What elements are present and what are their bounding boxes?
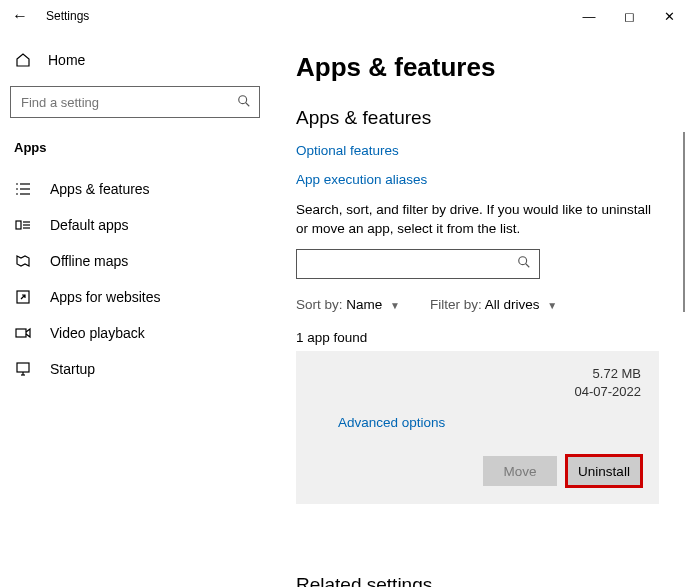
svg-line-1 bbox=[246, 102, 250, 106]
sidebar-item-label: Offline maps bbox=[50, 253, 128, 269]
sidebar-item-label: Default apps bbox=[50, 217, 129, 233]
sidebar-search-input[interactable] bbox=[19, 94, 237, 111]
move-button: Move bbox=[483, 456, 557, 486]
sidebar-item-label: Apps for websites bbox=[50, 289, 161, 305]
chevron-down-icon: ▼ bbox=[547, 300, 557, 311]
app-list-item[interactable]: 5.72 MB 04-07-2022 Advanced options Move… bbox=[296, 351, 659, 504]
sidebar: Home Apps Apps & features Default apps bbox=[0, 32, 270, 587]
result-count: 1 app found bbox=[296, 330, 659, 345]
defaults-icon bbox=[14, 217, 32, 233]
sort-label: Sort by: bbox=[296, 297, 343, 312]
sidebar-item-startup[interactable]: Startup bbox=[8, 351, 262, 387]
uninstall-button[interactable]: Uninstall bbox=[567, 456, 641, 486]
svg-rect-8 bbox=[16, 221, 21, 229]
chevron-down-icon: ▼ bbox=[390, 300, 400, 311]
svg-rect-13 bbox=[16, 329, 26, 337]
sidebar-search[interactable] bbox=[10, 86, 260, 118]
app-date: 04-07-2022 bbox=[314, 383, 641, 401]
sidebar-item-label: Video playback bbox=[50, 325, 145, 341]
sidebar-item-video-playback[interactable]: Video playback bbox=[8, 315, 262, 351]
app-size: 5.72 MB bbox=[314, 365, 641, 383]
map-icon bbox=[14, 253, 32, 269]
list-icon bbox=[14, 181, 32, 197]
filter-dropdown[interactable]: Filter by: All drives ▼ bbox=[430, 297, 557, 312]
search-icon bbox=[237, 94, 251, 111]
filter-label: Filter by: bbox=[430, 297, 482, 312]
sidebar-section-label: Apps bbox=[8, 136, 262, 171]
home-icon bbox=[14, 52, 32, 68]
search-icon bbox=[517, 255, 531, 272]
window-title: Settings bbox=[46, 9, 89, 23]
sidebar-item-apps-features[interactable]: Apps & features bbox=[8, 171, 262, 207]
app-search[interactable] bbox=[296, 249, 540, 279]
app-search-input[interactable] bbox=[305, 255, 517, 272]
svg-rect-14 bbox=[17, 363, 29, 372]
minimize-button[interactable]: ― bbox=[569, 0, 609, 32]
sidebar-home[interactable]: Home bbox=[8, 44, 262, 76]
video-icon bbox=[14, 325, 32, 341]
section-description: Search, sort, and filter by drive. If yo… bbox=[296, 201, 659, 239]
filter-value: All drives bbox=[485, 297, 540, 312]
link-optional-features[interactable]: Optional features bbox=[296, 143, 659, 158]
back-button[interactable]: ← bbox=[0, 7, 40, 25]
svg-point-17 bbox=[519, 257, 527, 265]
sidebar-item-apps-websites[interactable]: Apps for websites bbox=[8, 279, 262, 315]
main-content: Apps & features Apps & features Optional… bbox=[270, 32, 689, 587]
sort-value: Name bbox=[346, 297, 382, 312]
sort-dropdown[interactable]: Sort by: Name ▼ bbox=[296, 297, 400, 312]
sidebar-item-label: Apps & features bbox=[50, 181, 150, 197]
svg-point-0 bbox=[239, 95, 247, 103]
sidebar-item-default-apps[interactable]: Default apps bbox=[8, 207, 262, 243]
link-advanced-options[interactable]: Advanced options bbox=[338, 415, 445, 430]
link-execution-aliases[interactable]: App execution aliases bbox=[296, 172, 659, 187]
open-icon bbox=[14, 289, 32, 305]
sidebar-home-label: Home bbox=[48, 52, 85, 68]
svg-line-18 bbox=[526, 264, 530, 268]
section-title: Apps & features bbox=[296, 107, 659, 129]
maximize-button[interactable]: ◻ bbox=[609, 0, 649, 32]
sidebar-item-label: Startup bbox=[50, 361, 95, 377]
startup-icon bbox=[14, 361, 32, 377]
page-title: Apps & features bbox=[296, 52, 659, 83]
scrollbar[interactable] bbox=[683, 132, 685, 312]
close-button[interactable]: ✕ bbox=[649, 0, 689, 32]
sidebar-item-offline-maps[interactable]: Offline maps bbox=[8, 243, 262, 279]
related-settings-heading: Related settings bbox=[296, 574, 659, 587]
